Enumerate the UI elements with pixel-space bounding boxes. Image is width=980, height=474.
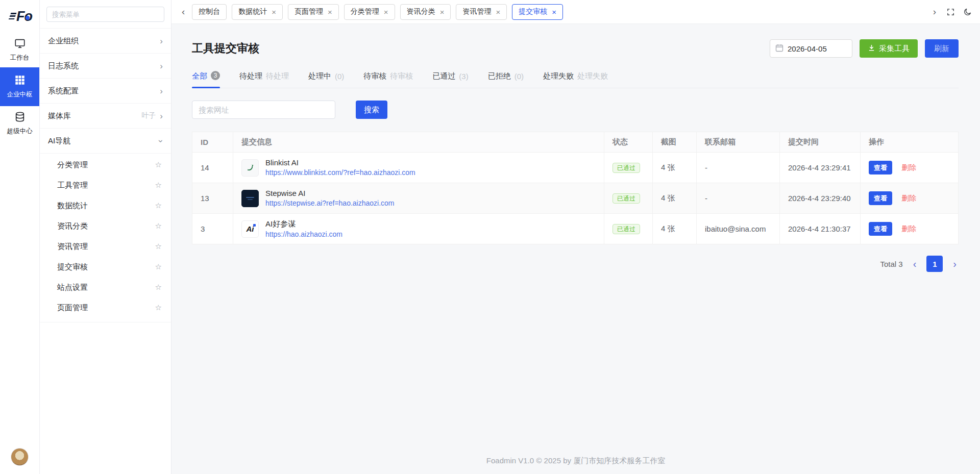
fullscreen-icon[interactable] [946,8,955,16]
tab-news-category[interactable]: 资讯分类 × [400,4,451,20]
filter-tab-rejected[interactable]: 已拒绝 (0) [488,71,524,88]
tab-data-stats[interactable]: 数据统计 × [232,4,283,20]
col-header-email: 联系邮箱 [697,132,780,153]
rail-item-workbench[interactable]: 工作台 [0,33,39,67]
primary-rail: Fo 工作台 企业中枢 超级中心 [0,0,40,474]
filter-tab-suffix: 待处理 [266,71,289,81]
rail-item-enterprise-hub[interactable]: 企业中枢 [0,67,39,106]
site-favicon [241,190,259,207]
filter-tab-all[interactable]: 全部 3 [192,71,220,88]
rail-item-super-center[interactable]: 超级中心 [0,106,39,141]
cell-email: ibaituo@sina.com [697,214,780,244]
view-button[interactable]: 查看 [869,222,892,236]
filter-tab-approved[interactable]: 已通过 (3) [432,71,468,88]
collect-tools-button[interactable]: 采集工具 [860,39,918,58]
sidebar-item-page-mgmt[interactable]: 页面管理 ☆ [40,297,171,318]
status-badge: 已通过 [612,163,640,173]
sidebar-item-site-settings[interactable]: 站点设置 ☆ [40,277,171,297]
site-url-link[interactable]: https://stepwise.ai?ref=hao.aizhaozi.com [265,198,395,208]
sidebar-item-news-mgmt[interactable]: 资讯管理 ☆ [40,236,171,257]
star-icon[interactable]: ☆ [155,303,162,312]
delete-link[interactable]: 删除 [901,163,916,171]
star-icon[interactable]: ☆ [155,262,162,271]
stepwise-logo-mark [248,199,253,200]
url-search-row: 搜索 [192,101,959,119]
user-avatar[interactable] [11,448,29,466]
filter-tab-processing[interactable]: 处理中 (0) [308,71,344,88]
sidebar-group-org[interactable]: 企业组织 › [40,29,171,54]
url-search-input[interactable] [192,101,335,119]
col-header-screenshots: 截图 [653,132,697,153]
view-button[interactable]: 查看 [869,191,892,205]
date-picker-input[interactable] [788,44,847,53]
tab-console[interactable]: 控制台 [192,4,227,20]
view-button[interactable]: 查看 [869,161,892,174]
group-label: 企业组织 [48,36,79,46]
tab-news-mgmt[interactable]: 资讯管理 × [456,4,507,20]
star-icon[interactable]: ☆ [155,242,162,251]
cell-screenshots: 4 张 [653,153,697,183]
star-icon[interactable]: ☆ [155,221,162,231]
close-icon[interactable]: × [440,8,445,16]
site-name: Stepwise AI [265,188,395,198]
sidebar-item-news-category[interactable]: 资讯分类 ☆ [40,216,171,236]
site-url-link[interactable]: https://www.blinkist.com/?ref=hao.aizhao… [265,168,415,178]
filter-tab-pending[interactable]: 待处理 待处理 [239,71,289,88]
close-icon[interactable]: × [552,8,556,16]
tabs-scroll-right-icon[interactable]: › [931,6,938,17]
delete-link[interactable]: 删除 [901,194,916,202]
chevron-right-icon: › [160,87,163,95]
star-icon[interactable]: ☆ [155,283,162,292]
cell-id: 13 [192,183,233,214]
pagination-total: Total 3 [880,260,902,268]
sidebar-group-logs[interactable]: 日志系统 › [40,54,171,79]
close-icon[interactable]: × [384,8,388,16]
status-badge: 已通过 [612,224,640,234]
next-page-icon[interactable]: › [951,259,959,269]
search-button[interactable]: 搜索 [356,101,387,119]
sidebar-group-media-library[interactable]: 媒体库 叶子 › [40,104,171,129]
prev-page-icon[interactable]: ‹ [911,259,919,269]
star-icon[interactable]: ☆ [155,160,162,169]
col-header-id: ID [192,132,233,153]
close-icon[interactable]: × [272,8,276,16]
cell-id: 14 [192,153,233,183]
page-number-button[interactable]: 1 [926,256,943,272]
sidebar-group-ai-nav[interactable]: AI导航 › [40,129,171,154]
filter-tab-awaiting-review[interactable]: 待审核 待审核 [363,71,413,88]
filter-tab-failed[interactable]: 处理失败 处理失败 [543,71,608,88]
tabs-scroll-left-icon[interactable]: ‹ [180,6,187,17]
page-title: 工具提交审核 [192,41,259,56]
tab-label: 资讯分类 [407,7,435,16]
submenu-label: 分类管理 [57,160,88,170]
tab-page-mgmt[interactable]: 页面管理 × [288,4,339,20]
group-label: 系统配置 [48,86,79,96]
star-icon[interactable]: ☆ [155,181,162,190]
dark-mode-moon-icon[interactable] [963,8,972,16]
site-url-link[interactable]: https://hao.aizhaozi.com [265,230,342,239]
close-icon[interactable]: × [496,8,500,16]
tab-submit-review[interactable]: 提交审核 × [512,4,563,20]
filter-tab-suffix: 待审核 [390,71,413,81]
filter-tab-label: 全部 [192,71,207,81]
menu-search-input[interactable] [46,7,164,22]
sidebar-item-tool-mgmt[interactable]: 工具管理 ☆ [40,175,171,195]
submissions-table-card: ID 提交信息 状态 截图 联系邮箱 提交时间 操作 14 [192,132,959,244]
app-logo[interactable]: Fo [0,0,39,33]
close-icon[interactable]: × [328,8,332,16]
sidebar-item-data-stats[interactable]: 数据统计 ☆ [40,195,171,216]
sidebar-item-category-mgmt[interactable]: 分类管理 ☆ [40,155,171,175]
sidebar-group-system-config[interactable]: 系统配置 › [40,79,171,104]
tab-category-mgmt[interactable]: 分类管理 × [344,4,395,20]
logo-accent [26,16,30,20]
tab-label: 分类管理 [351,7,379,16]
sidebar-item-submit-review[interactable]: 提交审核 ☆ [40,257,171,277]
submenu-label: 工具管理 [57,181,88,190]
delete-link[interactable]: 删除 [901,224,916,233]
date-picker[interactable] [770,39,852,58]
refresh-button[interactable]: 刷新 [925,39,959,58]
submissions-table: ID 提交信息 状态 截图 联系邮箱 提交时间 操作 14 [192,132,959,244]
group-label: 日志系统 [48,61,79,71]
site-favicon [241,159,259,177]
star-icon[interactable]: ☆ [155,201,162,210]
